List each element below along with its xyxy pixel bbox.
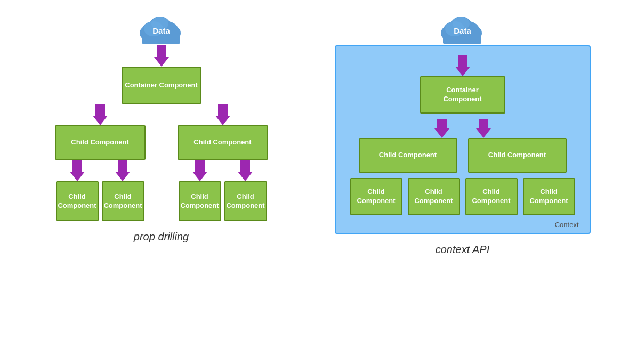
left-child2: Child Component: [178, 125, 268, 160]
left-diagram-panel: Data Container Component: [34, 11, 289, 243]
left-arrows-level2-left: [55, 160, 146, 181]
left-child1: Child Component: [55, 125, 146, 160]
left-cloud-label: Data: [152, 26, 170, 35]
arrow-to-grandchild4: [223, 160, 268, 181]
right-arrow-child1: [434, 119, 449, 138]
arrow-to-child2: [215, 104, 230, 125]
arrow-to-grandchild3: [178, 160, 223, 181]
right-container: ContainerComponent: [420, 76, 505, 114]
right-cloud-label: Data: [454, 26, 471, 35]
context-label: Context: [555, 221, 579, 229]
right-grandchild2: ChildComponent: [408, 178, 460, 215]
arrow-to-child1: [93, 104, 108, 125]
left-tree: Data Container Component: [34, 11, 289, 221]
right-grandchild3: ChildComponent: [465, 178, 518, 215]
right-children-level2: ChildComponent ChildComponent ChildCompo…: [350, 178, 575, 215]
left-cloud: Data: [138, 11, 186, 45]
left-split-arrows: Child Component: [60, 104, 263, 221]
left-grandchild2: ChildComponent: [102, 181, 144, 221]
left-branch-1: Child Component: [55, 104, 162, 221]
right-child2: Child Component: [468, 138, 567, 173]
left-diagram-label: prop drilling: [134, 231, 189, 243]
left-grandchild1: ChildComponent: [56, 181, 99, 221]
context-box: ContainerComponent Child Component Child…: [335, 45, 591, 234]
left-branch-2: Child Component Chi: [162, 104, 268, 221]
left-container: Container Component: [122, 67, 201, 104]
arrow-to-grandchild1: [55, 160, 100, 181]
right-grandchild4: ChildComponent: [523, 178, 575, 215]
left-grandchild4: ChildComponent: [224, 181, 267, 221]
right-diagram-panel: Data ContainerComponent: [321, 11, 604, 256]
right-arrow-child2: [476, 119, 491, 138]
right-grandchild1: ChildComponent: [350, 178, 402, 215]
right-cloud: Data: [439, 11, 487, 45]
right-arrow-1: [455, 55, 470, 76]
left-grandchildren-left: ChildComponent ChildComponent: [56, 181, 144, 221]
left-grandchildren-right: ChildComponent ChildComponent: [179, 181, 267, 221]
right-child1: Child Component: [359, 138, 457, 173]
arrow-to-grandchild2: [100, 160, 146, 181]
left-arrow-1: [154, 45, 169, 67]
right-children-level1: Child Component Child Component: [359, 138, 567, 173]
left-split-level1: Child Component: [34, 104, 289, 221]
right-arrows-level1: [344, 119, 581, 138]
left-grandchild3: ChildComponent: [179, 181, 221, 221]
left-arrows-level2-right: [178, 160, 268, 181]
right-diagram-label: context API: [436, 244, 490, 256]
main-container: Data Container Component: [0, 0, 637, 364]
